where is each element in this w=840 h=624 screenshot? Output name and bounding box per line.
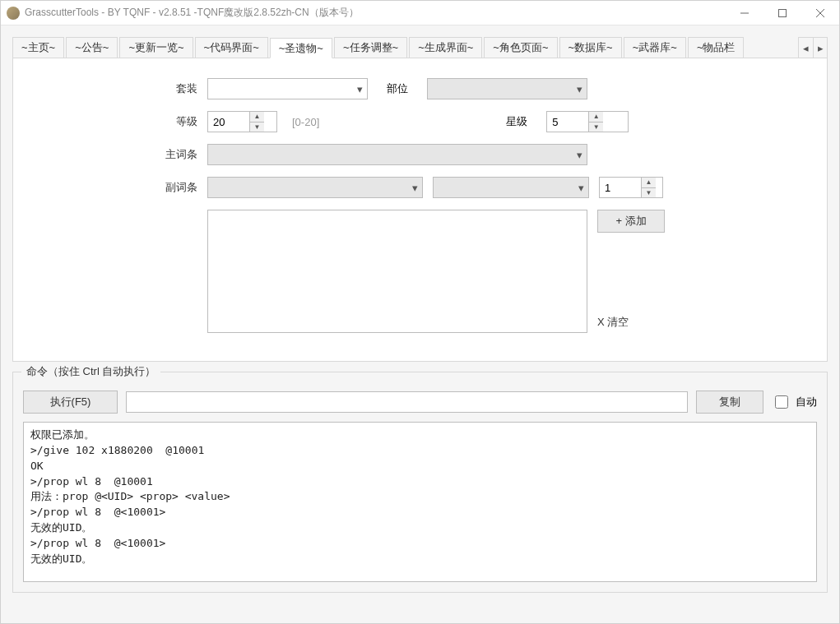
substat-label: 副词条 xyxy=(33,180,197,195)
substat-count-spinner[interactable]: ▲ ▼ xyxy=(599,177,663,198)
auto-label: 自动 xyxy=(796,395,817,409)
substat-count-input[interactable] xyxy=(600,178,641,197)
tab-2[interactable]: ~更新一览~ xyxy=(119,37,193,58)
mainstat-label: 主词条 xyxy=(33,147,197,162)
console-output[interactable]: 权限已添加。 >/give 102 x1880200 @10001 OK >/p… xyxy=(23,422,817,582)
copy-button[interactable]: 复制 xyxy=(696,391,763,414)
tab-3[interactable]: ~代码界面~ xyxy=(195,37,268,58)
tab-scroll: ◂ ▸ xyxy=(798,37,828,58)
svg-rect-1 xyxy=(779,9,787,16)
chevron-down-icon: ▾ xyxy=(573,178,588,197)
tabstrip: ~主页~~公告~~更新一览~~代码界面~~圣遗物~~任务调整~~生成界面~~角色… xyxy=(12,37,828,58)
substat-count-down[interactable]: ▼ xyxy=(642,187,656,198)
level-up[interactable]: ▲ xyxy=(250,112,264,122)
star-input[interactable] xyxy=(547,112,588,132)
minimize-button[interactable] xyxy=(726,1,763,25)
tab-1[interactable]: ~公告~ xyxy=(66,37,118,58)
tab-7[interactable]: ~角色页面~ xyxy=(484,37,557,58)
level-down[interactable]: ▼ xyxy=(250,122,264,132)
star-down[interactable]: ▼ xyxy=(589,122,603,132)
level-hint: [0-20] xyxy=(292,116,319,128)
app-icon xyxy=(7,7,20,20)
substat-count-up[interactable]: ▲ xyxy=(642,178,656,187)
command-input[interactable] xyxy=(126,391,688,413)
chevron-down-icon: ▾ xyxy=(407,178,422,197)
clear-button[interactable]: X 清空 xyxy=(597,315,665,330)
level-label: 等级 xyxy=(33,114,197,129)
tab-6[interactable]: ~生成界面~ xyxy=(409,37,482,58)
maximize-button[interactable] xyxy=(763,1,801,25)
execute-button[interactable]: 执行(F5) xyxy=(23,391,118,414)
set-dropdown[interactable]: ▾ xyxy=(207,78,368,99)
level-input[interactable] xyxy=(208,112,249,132)
artifact-panel: 套装 ▾ 部位 ▾ 等级 ▲ xyxy=(12,58,828,362)
tab-scroll-right[interactable]: ▸ xyxy=(813,38,827,58)
substat-list[interactable] xyxy=(207,210,587,333)
star-up[interactable]: ▲ xyxy=(589,112,603,122)
auto-checkbox[interactable]: 自动 xyxy=(772,393,817,411)
star-label: 星级 xyxy=(497,114,536,129)
close-button[interactable] xyxy=(801,1,839,25)
star-spinner[interactable]: ▲ ▼ xyxy=(546,111,629,132)
tab-scroll-left[interactable]: ◂ xyxy=(799,38,813,58)
set-label: 套装 xyxy=(33,81,197,96)
chevron-down-icon: ▾ xyxy=(572,79,587,99)
window-title: GrasscutterTools - BY TQNF - v2.8.51 -TQ… xyxy=(25,6,726,20)
substat-value-dropdown[interactable]: ▾ xyxy=(433,177,589,198)
slot-label: 部位 xyxy=(378,81,417,96)
add-button[interactable]: + 添加 xyxy=(597,210,665,233)
auto-checkbox-input[interactable] xyxy=(775,395,788,409)
command-legend: 命令（按住 Ctrl 自动执行） xyxy=(21,364,160,379)
tab-9[interactable]: ~武器库~ xyxy=(624,37,686,58)
mainstat-dropdown[interactable]: ▾ xyxy=(207,144,587,165)
slot-dropdown[interactable]: ▾ xyxy=(427,78,587,99)
tab-5[interactable]: ~任务调整~ xyxy=(334,37,407,58)
tab-0[interactable]: ~主页~ xyxy=(12,37,64,58)
chevron-down-icon: ▾ xyxy=(352,79,367,99)
tab-8[interactable]: ~数据库~ xyxy=(559,37,622,58)
titlebar: GrasscutterTools - BY TQNF - v2.8.51 -TQ… xyxy=(1,1,839,25)
chevron-down-icon: ▾ xyxy=(572,145,587,164)
substat-type-dropdown[interactable]: ▾ xyxy=(207,177,423,198)
tab-4[interactable]: ~圣遗物~ xyxy=(270,38,332,58)
tab-10[interactable]: ~物品栏 xyxy=(688,37,745,58)
command-fieldset: 命令（按住 Ctrl 自动执行） 执行(F5) 复制 自动 权限已添加。 >/g… xyxy=(12,372,828,593)
level-spinner[interactable]: ▲ ▼ xyxy=(207,111,277,132)
